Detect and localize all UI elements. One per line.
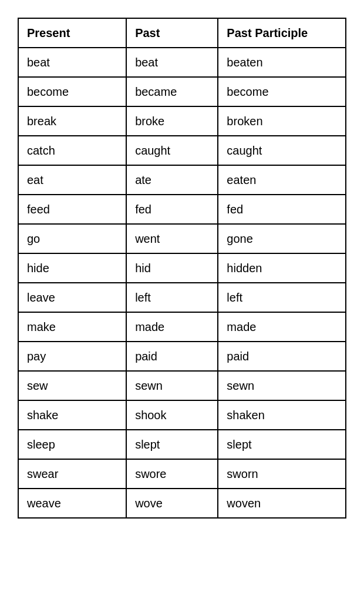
cell-past: became [126, 77, 218, 106]
cell-past: went [126, 224, 218, 253]
cell-past-participle: sworn [218, 459, 346, 489]
table-row: gowentgone [18, 224, 346, 253]
irregular-verbs-table: Present Past Past Participle beatbeatbea… [18, 18, 346, 519]
cell-past-participle: shaken [218, 400, 346, 430]
cell-present: swear [18, 459, 126, 489]
cell-past-participle: slept [218, 430, 346, 459]
cell-present: weave [18, 489, 126, 518]
cell-present: beat [18, 48, 126, 77]
table-row: leaveleftleft [18, 283, 346, 312]
cell-past: wove [126, 489, 218, 518]
cell-past-participle: caught [218, 136, 346, 165]
table-row: swearsworesworn [18, 459, 346, 489]
header-past: Past [126, 18, 218, 48]
cell-present: eat [18, 165, 126, 195]
cell-past: shook [126, 400, 218, 430]
table-row: sewsewnsewn [18, 371, 346, 400]
table-row: beatbeatbeaten [18, 48, 346, 77]
table-row: paypaidpaid [18, 342, 346, 371]
table-header-row: Present Past Past Participle [18, 18, 346, 48]
cell-past: left [126, 283, 218, 312]
cell-past: fed [126, 195, 218, 224]
cell-past: beat [126, 48, 218, 77]
cell-past-participle: fed [218, 195, 346, 224]
cell-present: catch [18, 136, 126, 165]
table-row: becomebecamebecome [18, 77, 346, 106]
header-past-participle: Past Participle [218, 18, 346, 48]
table-row: shakeshookshaken [18, 400, 346, 430]
cell-past-participle: left [218, 283, 346, 312]
cell-past: broke [126, 106, 218, 136]
cell-present: feed [18, 195, 126, 224]
cell-past-participle: eaten [218, 165, 346, 195]
verb-table-container: Present Past Past Participle beatbeatbea… [18, 18, 346, 519]
cell-past-participle: gone [218, 224, 346, 253]
cell-past: paid [126, 342, 218, 371]
table-row: weavewovewoven [18, 489, 346, 518]
cell-past-participle: woven [218, 489, 346, 518]
table-row: hidehidhidden [18, 253, 346, 283]
cell-past-participle: made [218, 312, 346, 342]
cell-past-participle: beaten [218, 48, 346, 77]
table-row: eatateeaten [18, 165, 346, 195]
cell-present: break [18, 106, 126, 136]
table-row: sleepsleptslept [18, 430, 346, 459]
cell-present: make [18, 312, 126, 342]
cell-present: sew [18, 371, 126, 400]
cell-past: slept [126, 430, 218, 459]
cell-present: become [18, 77, 126, 106]
header-present: Present [18, 18, 126, 48]
cell-present: hide [18, 253, 126, 283]
table-row: breakbrokebroken [18, 106, 346, 136]
cell-past-participle: paid [218, 342, 346, 371]
cell-past: caught [126, 136, 218, 165]
cell-present: shake [18, 400, 126, 430]
cell-present: sleep [18, 430, 126, 459]
table-row: catchcaughtcaught [18, 136, 346, 165]
cell-present: leave [18, 283, 126, 312]
cell-past-participle: become [218, 77, 346, 106]
cell-past-participle: broken [218, 106, 346, 136]
cell-present: go [18, 224, 126, 253]
cell-past-participle: hidden [218, 253, 346, 283]
table-row: makemademade [18, 312, 346, 342]
cell-past-participle: sewn [218, 371, 346, 400]
cell-past: ate [126, 165, 218, 195]
cell-past: sewn [126, 371, 218, 400]
cell-past: made [126, 312, 218, 342]
table-row: feedfedfed [18, 195, 346, 224]
cell-past: swore [126, 459, 218, 489]
cell-present: pay [18, 342, 126, 371]
cell-past: hid [126, 253, 218, 283]
